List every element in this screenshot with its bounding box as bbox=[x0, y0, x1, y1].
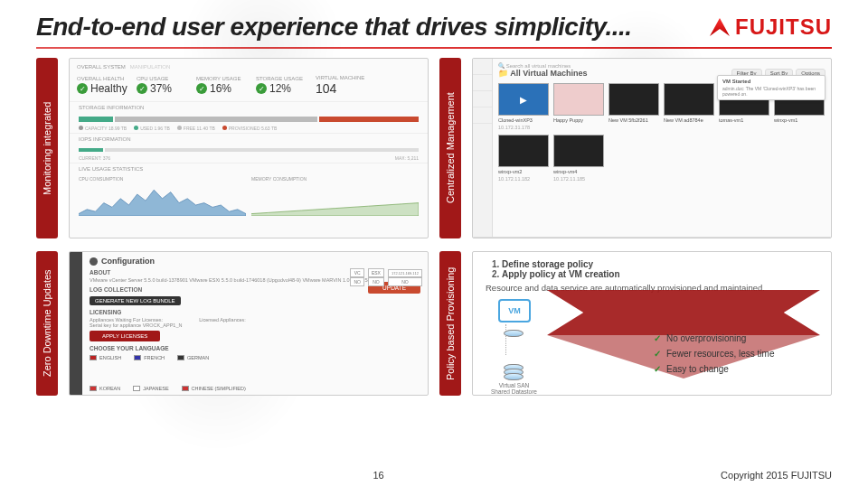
header-divider bbox=[36, 47, 832, 49]
vm-thumb[interactable]: ▶Cloned-winXP310.172.31.178 bbox=[498, 83, 549, 130]
fujitsu-logo: FUJITSU bbox=[710, 14, 832, 40]
policy-panel: Define storage policy Apply policy at VM… bbox=[472, 251, 832, 396]
page-number: 16 bbox=[373, 470, 383, 481]
language-option[interactable]: FRENCH bbox=[134, 355, 165, 360]
check-icon: ✓ bbox=[77, 83, 88, 94]
tab-zero-downtime: Zero Downtime Updates bbox=[36, 251, 58, 396]
tab-policy: Policy based Provisioning bbox=[439, 251, 461, 396]
apply-licenses-button[interactable]: APPLY LICENSES bbox=[90, 331, 160, 341]
live-section: LIVE USAGE STATISTICS bbox=[70, 163, 428, 174]
svg-marker-0 bbox=[547, 290, 820, 335]
breadcrumb: All Virtual Machines bbox=[510, 69, 587, 78]
benefit-item: ✓No overprovisioning bbox=[654, 333, 774, 343]
zero-downtime-panel: Configuration ABOUT VMware vCenter Serve… bbox=[69, 251, 429, 396]
datastore-icon: Virtual SANShared Datastore bbox=[491, 362, 537, 395]
copyright: Copyright 2015 FUJITSU bbox=[721, 470, 832, 481]
generate-log-button[interactable]: GENERATE NEW LOG BUNDLE bbox=[90, 296, 181, 305]
policy-step-1: Define storage policy bbox=[502, 259, 593, 269]
storage-section: STORAGE INFORMATION bbox=[70, 101, 428, 113]
vm-box: VM bbox=[498, 299, 531, 322]
vm-count: 104 bbox=[316, 81, 370, 96]
vm-thumb[interactable]: New VM 5fb2f261 bbox=[609, 83, 659, 130]
vm-thumb[interactable]: winxp-vm210.172.11.182 bbox=[498, 135, 549, 182]
cm-sidebar bbox=[473, 59, 493, 237]
language-option[interactable]: CHINESE (SIMPLIFIED) bbox=[182, 386, 246, 391]
vm-thumb[interactable]: New VM ad8784e bbox=[664, 83, 714, 130]
vm-thumb[interactable]: winxp-vm410.172.11.185 bbox=[553, 135, 604, 182]
mem-value: 16% bbox=[210, 82, 231, 95]
language-option[interactable]: KOREAN bbox=[90, 386, 120, 391]
language-option[interactable]: ENGLISH bbox=[90, 355, 121, 360]
health-value: Healthy bbox=[90, 82, 127, 95]
storage-value: 12% bbox=[269, 82, 291, 95]
iops-section: IOPS INFORMATION bbox=[70, 133, 428, 145]
tab-centralized: Centralized Management bbox=[439, 58, 461, 238]
vm-started-popup: VM Started admin.doc: The VM 'Cloned-win… bbox=[717, 75, 826, 100]
benefit-item: ✓Fewer resources, less time bbox=[654, 349, 774, 359]
benefits-list: ✓No overprovisioning✓Fewer resources, le… bbox=[654, 333, 774, 379]
language-option[interactable]: GERMAN bbox=[177, 355, 209, 360]
monitoring-panel: OVERALL SYSTEM MANIPULATION OVERALL HEAL… bbox=[69, 58, 429, 238]
benefit-item: ✓Easy to change bbox=[654, 364, 774, 374]
network-diagram: VCNO ESXNO 172.121.169.112NO bbox=[350, 268, 422, 286]
policy-step-2: Apply policy at VM creation bbox=[502, 269, 620, 279]
cpu-value: 37% bbox=[150, 82, 172, 95]
vm-thumb[interactable]: Happy Puppy bbox=[553, 83, 604, 130]
metric-label: OVERALL HEALTH bbox=[77, 76, 131, 81]
tab-monitoring: Monitoring integrated bbox=[36, 58, 58, 238]
language-option[interactable]: JAPANESE bbox=[133, 386, 168, 391]
centralized-panel: 🔍 Search all virtual machines 📁 All Virt… bbox=[472, 58, 832, 238]
gear-icon bbox=[90, 257, 98, 266]
